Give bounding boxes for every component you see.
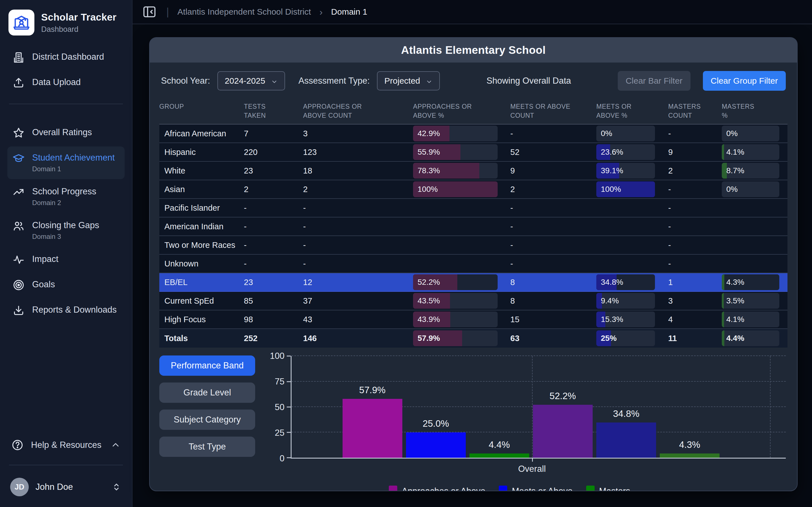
brand: Scholar Tracker Dashboard bbox=[6, 8, 126, 45]
app-title: Scholar Tracker bbox=[41, 11, 116, 23]
chart-vertical-gridline bbox=[532, 356, 532, 458]
masters-pct-cell: 8.7% bbox=[722, 163, 789, 179]
bar-value-label: 25.0% bbox=[423, 418, 449, 429]
sidebar-item-school-progress[interactable]: School Progress Domain 2 bbox=[7, 180, 124, 213]
upload-icon bbox=[12, 76, 25, 89]
masters-percent-bar: 4.1% bbox=[722, 312, 779, 327]
group-cell: EB/EL bbox=[159, 278, 244, 287]
tests-taken-cell: 2 bbox=[244, 185, 303, 194]
chart-bar[interactable]: 25.0% bbox=[406, 432, 466, 458]
table-row[interactable]: African American 7 3 42.9% - 0% - 0% bbox=[159, 124, 788, 143]
sidebar-item-label: Goals bbox=[32, 279, 55, 290]
sidebar-item-help-resources[interactable]: Help & Resources bbox=[6, 433, 126, 457]
chart-bar[interactable]: 57.9% bbox=[343, 399, 402, 458]
table-row[interactable]: Pacific Islander - - - - bbox=[159, 199, 788, 217]
sidebar-item-label: Reports & Downloads bbox=[32, 305, 117, 315]
table-row[interactable]: American Indian - - - - bbox=[159, 217, 788, 236]
chevron-down-icon bbox=[271, 77, 278, 84]
chart-x-tick bbox=[532, 458, 533, 462]
approaches-pct-cell: 57.9% bbox=[413, 330, 510, 346]
table-row[interactable]: Totals 252 146 57.9% 63 25% 11 4.4% bbox=[159, 329, 788, 348]
col-header-masters-pct: MASTERS % bbox=[722, 102, 754, 120]
table-row[interactable]: High Focus 98 43 43.9% 15 15.3% 4 4.1% bbox=[159, 311, 788, 329]
app-root: Scholar Tracker Dashboard District Dashb… bbox=[0, 0, 812, 507]
approaches-count-cell: - bbox=[303, 259, 413, 269]
y-tick-label: 25 bbox=[275, 428, 285, 438]
sidebar-item-reports-downloads[interactable]: Reports & Downloads bbox=[7, 298, 124, 323]
star-icon bbox=[12, 127, 25, 139]
meets-percent-bar: 15.3% bbox=[596, 312, 655, 327]
meets-count-cell: 8 bbox=[510, 296, 596, 305]
masters-percent-bar: 4.4% bbox=[722, 330, 779, 346]
meets-count-cell: - bbox=[510, 240, 596, 250]
assessment-type-select[interactable]: Projected bbox=[377, 71, 440, 91]
app-subtitle: Dashboard bbox=[41, 25, 116, 34]
sidebar-item-label: Student Achievement bbox=[32, 153, 115, 163]
table-row[interactable]: Two or More Races - - - - bbox=[159, 236, 788, 255]
approaches-percent-bar: 42.9% bbox=[413, 126, 498, 142]
col-header-group: GROUP bbox=[159, 102, 244, 120]
chevron-right-icon: › bbox=[319, 6, 322, 17]
table-row[interactable]: Unknown - - - - bbox=[159, 255, 788, 273]
masters-count-cell: 9 bbox=[668, 148, 722, 157]
col-header-approaches-count: APPROACHES OR ABOVE COUNT bbox=[303, 102, 386, 120]
sidebar-item-sublabel: Domain 3 bbox=[32, 233, 99, 240]
sidebar-item-sublabel: Domain 1 bbox=[32, 165, 115, 173]
clear-group-filter-button[interactable]: Clear Group Filter bbox=[703, 71, 786, 91]
sidebar-item-student-achievement[interactable]: Student Achievement Domain 1 bbox=[7, 147, 124, 179]
masters-count-cell: 1 bbox=[668, 278, 722, 287]
sidebar-item-impact[interactable]: Impact bbox=[7, 248, 124, 272]
school-year-select[interactable]: 2024-2025 bbox=[217, 71, 285, 91]
meets-percent-bar: 25% bbox=[596, 330, 655, 346]
topbar-separator: | bbox=[166, 6, 169, 18]
masters-count-cell: 4 bbox=[668, 315, 722, 324]
legend-swatch bbox=[586, 486, 595, 491]
group-cell: High Focus bbox=[159, 315, 244, 324]
performance-table: GROUP TESTS TAKEN APPROACHES OR ABOVE CO… bbox=[159, 99, 788, 348]
sidebar-item-closing-the-gaps[interactable]: Closing the Gaps Domain 3 bbox=[7, 214, 124, 247]
table-row[interactable]: White 23 18 78.3% 9 39.1% 2 8.7% bbox=[159, 162, 788, 180]
table-row[interactable]: Hispanic 220 123 55.9% 52 23.6% 9 4.1% bbox=[159, 143, 788, 162]
user-menu[interactable]: JD John Doe bbox=[6, 473, 126, 497]
tests-taken-cell: 7 bbox=[244, 129, 303, 138]
sidebar-item-label: District Dashboard bbox=[32, 52, 104, 62]
meets-percent-bar: 23.6% bbox=[596, 144, 655, 160]
col-header-meets-pct: MEETS OR ABOVE % bbox=[596, 102, 639, 120]
view-button-subject-category[interactable]: Subject Category bbox=[159, 409, 255, 430]
meets-count-cell: 8 bbox=[510, 278, 596, 287]
table-row[interactable]: EB/EL 23 12 52.2% 8 34.8% 1 4.3% bbox=[159, 273, 788, 292]
sidebar-item-district-dashboard[interactable]: District Dashboard bbox=[7, 46, 124, 70]
masters-pct-cell: 0% bbox=[722, 181, 789, 197]
sidebar-item-data-upload[interactable]: Data Upload bbox=[7, 71, 124, 95]
clear-bar-filter-button[interactable]: Clear Bar Filter bbox=[618, 71, 691, 91]
chart-bar[interactable]: 52.2% bbox=[533, 405, 593, 458]
masters-count-cell: 3 bbox=[668, 296, 722, 305]
masters-pct-cell: 4.4% bbox=[722, 330, 789, 346]
sidebar-collapse-button[interactable] bbox=[142, 4, 158, 20]
table-row[interactable]: Asian 2 2 100% 2 100% - 0% bbox=[159, 180, 788, 199]
approaches-count-cell: - bbox=[303, 222, 413, 231]
app-logo-icon bbox=[8, 10, 35, 36]
school-card: Atlantis Elementary School School Year: … bbox=[149, 37, 798, 491]
bar-value-label: 4.3% bbox=[679, 439, 700, 450]
chart-bar[interactable]: 4.3% bbox=[660, 453, 719, 458]
meets-count-cell: - bbox=[510, 129, 596, 138]
group-cell: Asian bbox=[159, 185, 244, 194]
meets-percent-bar: 100% bbox=[596, 181, 655, 197]
meets-count-cell: 15 bbox=[510, 315, 596, 324]
view-button-test-type[interactable]: Test Type bbox=[159, 437, 255, 457]
masters-count-cell: 11 bbox=[668, 334, 722, 343]
chart-bar[interactable]: 4.4% bbox=[469, 453, 529, 458]
table-row[interactable]: Current SpEd 85 37 43.5% 8 9.4% 3 3.5% bbox=[159, 292, 788, 311]
chevrons-up-down-icon bbox=[111, 482, 122, 492]
chevron-down-icon bbox=[426, 77, 433, 84]
chart-bar[interactable]: 34.8% bbox=[596, 422, 656, 458]
legend-item: Masters bbox=[586, 486, 630, 491]
sidebar-item-overall-ratings[interactable]: Overall Ratings bbox=[7, 121, 124, 145]
view-button-performance-band[interactable]: Performance Band bbox=[159, 355, 255, 376]
view-button-grade-level[interactable]: Grade Level bbox=[159, 383, 255, 403]
tests-taken-cell: - bbox=[244, 222, 303, 231]
school-year-label: School Year: bbox=[161, 76, 210, 86]
sidebar-item-goals[interactable]: Goals bbox=[7, 273, 124, 297]
breadcrumb-parent[interactable]: Atlantis Independent School District bbox=[177, 7, 311, 17]
